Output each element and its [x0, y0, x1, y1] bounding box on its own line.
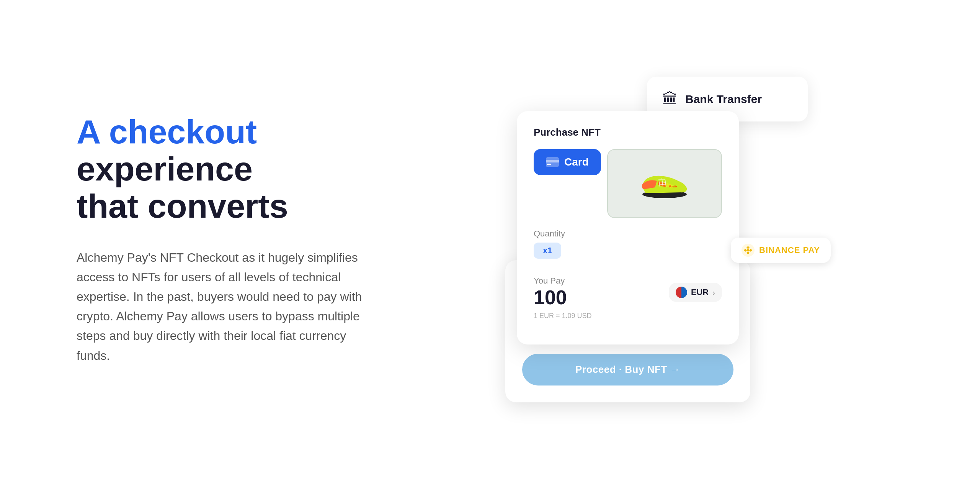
description-text: Alchemy Pay's NFT Checkout as it hugely …	[77, 248, 383, 366]
chevron-right-icon: ›	[712, 288, 715, 297]
divider	[534, 268, 722, 268]
right-content: 🏛 Bank Transfer Purchase NFT Card	[421, 0, 903, 479]
left-content: A checkout experience that converts Alch…	[77, 113, 421, 366]
bank-icon: 🏛	[662, 90, 678, 108]
page-wrapper: A checkout experience that converts Alch…	[0, 0, 980, 479]
main-headline: A checkout experience that converts	[77, 113, 383, 225]
nft-image-box: Footix	[607, 149, 722, 218]
quantity-label: Quantity	[534, 229, 722, 239]
exchange-rate: 1 EUR = 1.09 USD	[534, 312, 722, 320]
binance-label: BINANCE PAY	[759, 245, 820, 255]
flag-left	[676, 287, 681, 298]
svg-rect-1	[546, 160, 559, 162]
svg-text:Footix: Footix	[669, 185, 677, 188]
proceed-button[interactable]: Proceed · Buy NFT →	[522, 354, 733, 385]
svg-rect-2	[547, 164, 551, 165]
currency-code: EUR	[691, 287, 709, 297]
you-pay-label: You Pay	[534, 276, 567, 286]
flag-icon	[676, 287, 687, 298]
card-icon	[546, 157, 559, 167]
binance-icon	[742, 244, 755, 257]
you-pay-left: You Pay 100	[534, 276, 567, 309]
card-button[interactable]: Card	[534, 149, 601, 175]
flag-right	[681, 287, 687, 298]
you-pay-section: You Pay 100 EUR ›	[534, 276, 722, 309]
you-pay-amount: 100	[534, 286, 567, 309]
checkout-card: Purchase NFT Card	[517, 111, 739, 344]
shoe-illustration: Footix	[638, 168, 691, 199]
quantity-section: Quantity x1	[534, 229, 722, 259]
checkout-title: Purchase NFT	[534, 126, 722, 138]
headline-highlight: A checkout	[77, 113, 257, 151]
quantity-badge: x1	[534, 243, 561, 259]
payment-methods: Card	[534, 149, 722, 218]
card-label: Card	[564, 156, 589, 168]
binance-pay-badge[interactable]: BINANCE PAY	[731, 238, 831, 263]
bank-transfer-label: Bank Transfer	[685, 93, 762, 106]
ui-scene: 🏛 Bank Transfer Purchase NFT Card	[517, 77, 808, 402]
currency-selector[interactable]: EUR ›	[669, 283, 722, 302]
